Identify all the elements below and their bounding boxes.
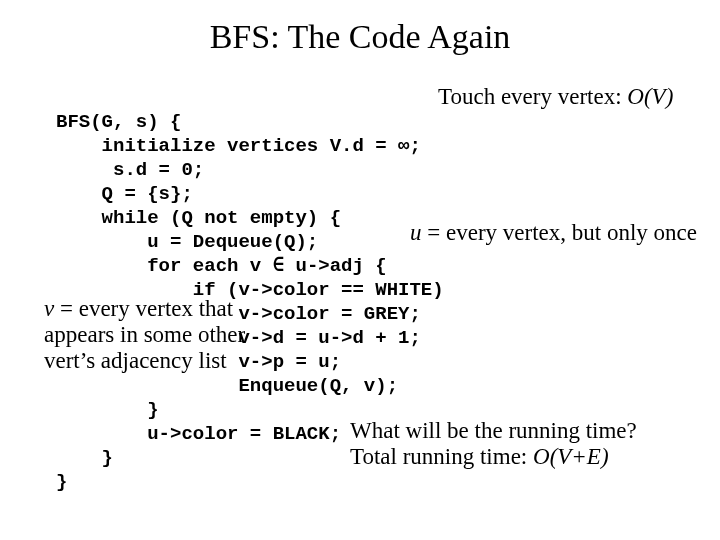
code-line: u = Dequeue(Q); [56,231,318,253]
code-line: Enqueue(Q, v); [56,375,398,397]
code-line: while (Q not empty) { [56,207,341,229]
annotation-var: u [410,220,422,245]
code-line: } [56,471,67,493]
code-line: s.d = 0; [56,159,204,181]
code-line: for each v ∈ u->adj { [56,255,387,277]
code-line: Q = {s}; [56,183,193,205]
annotation-touch-every-vertex: Touch every vertex: O(V) [438,84,673,110]
annotation-bigO: O(V+E) [533,444,609,469]
code-line: } [56,447,113,469]
slide-title: BFS: The Code Again [0,18,720,56]
annotation-u-vertex: u = every vertex, but only once [410,220,697,246]
slide: BFS: The Code Again BFS(G, s) { initiali… [0,0,720,540]
annotation-var: v [44,296,54,321]
annotation-answer: Total running time: O(V+E) [350,444,710,470]
code-line: initialize vertices V.d = ∞; [56,135,421,157]
code-line: } [56,399,159,421]
annotation-question: What will be the running time? [350,418,710,444]
annotation-bigO: O(V) [627,84,673,109]
annotation-running-time: What will be the running time? Total run… [350,418,710,470]
code-line: u->color = BLACK; [56,423,341,445]
code-line: BFS(G, s) { [56,111,181,133]
annotation-text: Touch every vertex: [438,84,627,109]
annotation-v-vertex: v = every vertex that appears in some ot… [44,296,254,374]
annotation-text: Total running time: [350,444,533,469]
annotation-text: = every vertex that appears in some othe… [44,296,245,373]
annotation-text: = every vertex, but only once [422,220,697,245]
